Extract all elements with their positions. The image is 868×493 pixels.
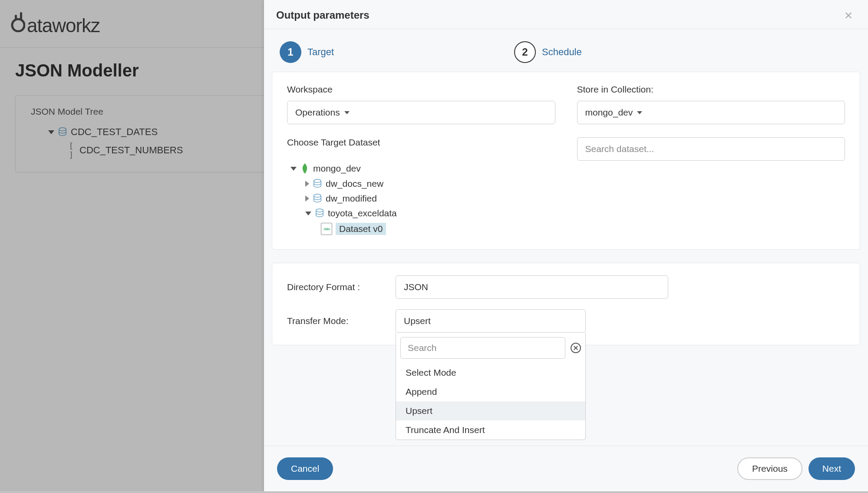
directory-format-value: JSON — [404, 282, 428, 292]
panel-body: Workspace Operations Store in Collection… — [264, 72, 868, 446]
dataset-item-label: dw_modified — [326, 193, 377, 204]
dataset-leaf-label: Dataset v0 — [336, 223, 386, 235]
wizard-steps: 1 Target 2 Schedule — [264, 29, 868, 72]
dataset-tree-leaf[interactable]: JSN Dataset v0 — [290, 221, 845, 237]
dropdown-item-upsert[interactable]: Upsert — [396, 401, 585, 420]
dataset-item-label: toyota_exceldata — [328, 208, 397, 218]
app-logo: ataworkz — [9, 11, 100, 36]
array-icon: [ ] — [66, 141, 76, 159]
dataset-tree: mongo_dev dw_docs_new dw_modified — [287, 161, 845, 237]
cancel-button[interactable]: Cancel — [277, 457, 333, 480]
transfer-mode-value: Upsert — [404, 316, 431, 326]
dataset-root-label: mongo_dev — [313, 163, 361, 174]
dropdown-item-truncate-insert[interactable]: Truncate And Insert — [396, 420, 585, 440]
dropdown-item-select-mode[interactable]: Select Mode — [396, 363, 585, 382]
svg-point-4 — [314, 179, 321, 182]
dropdown-item-append[interactable]: Append — [396, 382, 585, 401]
next-button[interactable]: Next — [809, 457, 855, 480]
panel-footer: Cancel Previous Next — [264, 446, 868, 491]
previous-button[interactable]: Previous — [737, 457, 802, 480]
tree-child-label: CDC_TEST_NUMBERS — [79, 145, 183, 156]
svg-point-6 — [316, 209, 323, 212]
dataset-tree-item[interactable]: toyota_exceldata — [290, 206, 845, 221]
close-icon: × — [845, 8, 853, 22]
logo-text: ataworkz — [27, 15, 100, 36]
caret-down-icon — [290, 167, 297, 171]
svg-point-0 — [12, 19, 24, 31]
clear-search-button[interactable] — [571, 343, 581, 353]
caret-down-icon — [305, 212, 311, 215]
database-icon — [313, 194, 322, 203]
step-number: 2 — [514, 41, 536, 63]
caret-down-icon — [48, 130, 54, 134]
database-icon — [315, 208, 324, 218]
dropdown-search-input[interactable] — [400, 337, 565, 359]
directory-format-select[interactable]: JSON — [396, 275, 668, 299]
svg-point-5 — [314, 194, 321, 197]
dataset-tree-item[interactable]: dw_docs_new — [290, 176, 845, 191]
format-transfer-card: Directory Format : JSON Transfer Mode: U… — [272, 263, 860, 345]
step-target[interactable]: 1 Target — [280, 41, 497, 63]
step-number: 1 — [280, 41, 301, 63]
dataset-tree-root[interactable]: mongo_dev — [290, 161, 845, 176]
workspace-select[interactable]: Operations — [287, 101, 555, 124]
svg-rect-2 — [15, 15, 17, 20]
close-button[interactable]: × — [841, 8, 856, 23]
transfer-mode-select[interactable]: Upsert — [396, 309, 586, 333]
chevron-down-icon — [637, 111, 642, 114]
output-parameters-panel: Output parameters × 1 Target 2 Schedule … — [264, 0, 868, 491]
json-file-icon: JSN — [321, 223, 332, 235]
directory-format-label: Directory Format : — [287, 282, 374, 292]
choose-dataset-label: Choose Target Dataset — [287, 137, 555, 148]
dataset-item-label: dw_docs_new — [326, 179, 383, 189]
database-icon — [313, 179, 322, 189]
tree-root-label: CDC_TEST_DATES — [71, 126, 158, 138]
caret-right-icon — [305, 195, 309, 202]
workspace-value: Operations — [295, 107, 340, 118]
collection-select[interactable]: mongo_dev — [577, 101, 845, 124]
panel-title: Output parameters — [276, 9, 370, 21]
dataset-search-input[interactable] — [577, 137, 845, 161]
chevron-down-icon — [344, 111, 350, 114]
transfer-mode-dropdown: Select Mode Append Upsert Truncate And I… — [396, 333, 586, 440]
collection-value: mongo_dev — [585, 107, 633, 118]
step-schedule[interactable]: 2 Schedule — [514, 41, 731, 63]
step-label: Target — [307, 46, 334, 58]
panel-header: Output parameters × — [264, 0, 868, 29]
mongodb-icon — [300, 163, 310, 174]
svg-point-3 — [59, 128, 66, 131]
caret-right-icon — [305, 181, 309, 187]
dataset-tree-item[interactable]: dw_modified — [290, 191, 845, 206]
database-icon — [58, 127, 67, 137]
collection-label: Store in Collection: — [577, 84, 845, 95]
logo-mark-icon — [9, 11, 25, 32]
transfer-mode-label: Transfer Mode: — [287, 316, 374, 326]
target-dataset-card: Workspace Operations Store in Collection… — [272, 72, 860, 250]
step-label: Schedule — [542, 46, 582, 58]
workspace-label: Workspace — [287, 84, 555, 95]
svg-rect-1 — [20, 12, 22, 20]
